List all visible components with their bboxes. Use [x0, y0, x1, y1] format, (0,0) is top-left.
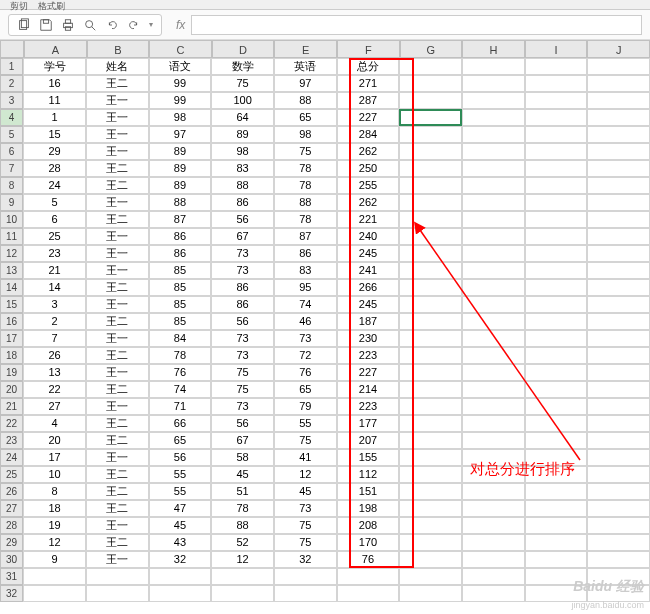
cell[interactable]: [462, 347, 525, 364]
cell[interactable]: 73: [211, 398, 274, 415]
cell[interactable]: 18: [23, 500, 86, 517]
cell[interactable]: 223: [337, 398, 400, 415]
cell[interactable]: [462, 330, 525, 347]
cell[interactable]: [462, 296, 525, 313]
cell[interactable]: [399, 211, 462, 228]
cell[interactable]: [587, 143, 650, 160]
cell[interactable]: [462, 58, 525, 75]
cell[interactable]: [525, 432, 588, 449]
cell[interactable]: 86: [211, 194, 274, 211]
cell[interactable]: 王二: [86, 483, 149, 500]
cell[interactable]: [462, 109, 525, 126]
cell[interactable]: 97: [274, 75, 337, 92]
cell[interactable]: [525, 534, 588, 551]
cell[interactable]: 88: [211, 177, 274, 194]
cell[interactable]: 王二: [86, 211, 149, 228]
cell[interactable]: [525, 500, 588, 517]
row-header[interactable]: 9: [0, 194, 23, 211]
cell[interactable]: 14: [23, 279, 86, 296]
cell[interactable]: [587, 330, 650, 347]
cell[interactable]: 7: [23, 330, 86, 347]
cell[interactable]: [587, 483, 650, 500]
cell[interactable]: [399, 568, 462, 585]
cell[interactable]: 王一: [86, 296, 149, 313]
cell[interactable]: 86: [211, 279, 274, 296]
cell[interactable]: 21: [23, 262, 86, 279]
cell[interactable]: 221: [337, 211, 400, 228]
cell[interactable]: [587, 245, 650, 262]
cell[interactable]: [525, 194, 588, 211]
row-header[interactable]: 23: [0, 432, 23, 449]
cell[interactable]: [399, 364, 462, 381]
cell[interactable]: [587, 364, 650, 381]
cell[interactable]: 76: [149, 364, 212, 381]
cell[interactable]: [525, 279, 588, 296]
cell[interactable]: 86: [274, 245, 337, 262]
cell[interactable]: [462, 432, 525, 449]
cell[interactable]: 王二: [86, 160, 149, 177]
cell[interactable]: 16: [23, 75, 86, 92]
cell[interactable]: [86, 568, 149, 585]
cell[interactable]: [399, 381, 462, 398]
row-header[interactable]: 7: [0, 160, 23, 177]
cell[interactable]: 112: [337, 466, 400, 483]
cell[interactable]: [525, 92, 588, 109]
cell[interactable]: 王二: [86, 466, 149, 483]
save-icon[interactable]: [39, 18, 53, 32]
cell[interactable]: [274, 585, 337, 602]
cell[interactable]: 95: [274, 279, 337, 296]
cell[interactable]: 75: [274, 143, 337, 160]
row-header[interactable]: 10: [0, 211, 23, 228]
chevron-down-icon[interactable]: ▾: [149, 20, 153, 29]
cell[interactable]: 1: [23, 109, 86, 126]
cell[interactable]: 12: [211, 551, 274, 568]
cell[interactable]: 王一: [86, 364, 149, 381]
cell[interactable]: 王二: [86, 279, 149, 296]
cell[interactable]: [525, 483, 588, 500]
cell[interactable]: [587, 92, 650, 109]
cell[interactable]: [587, 551, 650, 568]
cell[interactable]: 67: [211, 432, 274, 449]
ribbon-item[interactable]: 剪切: [10, 0, 28, 13]
row-header[interactable]: 24: [0, 449, 23, 466]
cell[interactable]: 198: [337, 500, 400, 517]
cell[interactable]: 姓名: [86, 58, 149, 75]
cell[interactable]: 24: [23, 177, 86, 194]
row-header[interactable]: 5: [0, 126, 23, 143]
cell[interactable]: 245: [337, 296, 400, 313]
cell[interactable]: [587, 466, 650, 483]
cell[interactable]: 74: [149, 381, 212, 398]
cell[interactable]: [525, 160, 588, 177]
cell[interactable]: 88: [274, 194, 337, 211]
cell[interactable]: [462, 211, 525, 228]
cell[interactable]: 98: [149, 109, 212, 126]
cell[interactable]: 87: [274, 228, 337, 245]
cell[interactable]: 97: [149, 126, 212, 143]
cell[interactable]: [399, 551, 462, 568]
cell[interactable]: 245: [337, 245, 400, 262]
cell[interactable]: [462, 313, 525, 330]
cell[interactable]: [86, 585, 149, 602]
cell[interactable]: 55: [149, 483, 212, 500]
cell[interactable]: 41: [274, 449, 337, 466]
cell[interactable]: 85: [149, 279, 212, 296]
row-header[interactable]: 4: [0, 109, 23, 126]
row-header[interactable]: 12: [0, 245, 23, 262]
row-header[interactable]: 14: [0, 279, 23, 296]
column-header[interactable]: C: [149, 40, 212, 58]
cell[interactable]: 79: [274, 398, 337, 415]
cell[interactable]: 王一: [86, 228, 149, 245]
cell[interactable]: 240: [337, 228, 400, 245]
cell[interactable]: 4: [23, 415, 86, 432]
cell[interactable]: 99: [149, 75, 212, 92]
cell[interactable]: 56: [211, 313, 274, 330]
cell[interactable]: 151: [337, 483, 400, 500]
column-header[interactable]: G: [400, 40, 463, 58]
cell[interactable]: 75: [211, 381, 274, 398]
cell[interactable]: [587, 296, 650, 313]
cell[interactable]: 王一: [86, 517, 149, 534]
cell[interactable]: 85: [149, 313, 212, 330]
cell[interactable]: [399, 483, 462, 500]
cell[interactable]: 29: [23, 143, 86, 160]
cell[interactable]: [462, 245, 525, 262]
